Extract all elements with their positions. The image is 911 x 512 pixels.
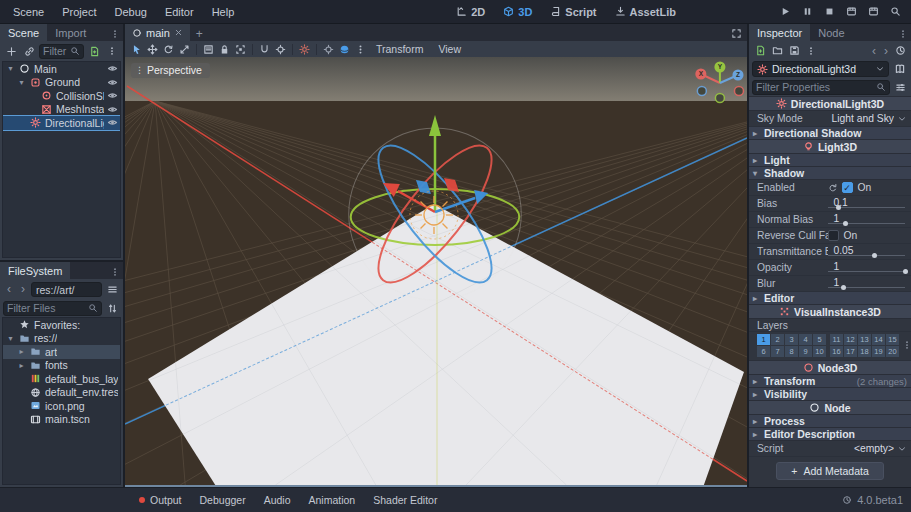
slider-grabber[interactable] xyxy=(836,205,841,210)
layer-18[interactable]: 18 xyxy=(858,346,871,357)
history-forward-button[interactable]: › xyxy=(880,44,892,58)
scene-tree-menu-button[interactable] xyxy=(104,43,120,59)
checkbox[interactable] xyxy=(828,230,839,241)
property-control[interactable]: On xyxy=(828,228,908,243)
property-control[interactable]: Light and Sky xyxy=(828,111,908,126)
visibility-eye-icon[interactable] xyxy=(107,117,118,128)
bottom-panel-audio[interactable]: Audio xyxy=(255,494,300,506)
fs-split-mode-button[interactable] xyxy=(104,281,120,297)
lock-button[interactable] xyxy=(217,42,232,57)
workspace-script[interactable]: Script xyxy=(541,6,605,18)
history-button[interactable] xyxy=(892,43,908,59)
visibility-eye-icon[interactable] xyxy=(107,63,118,74)
layer-12[interactable]: 12 xyxy=(844,334,857,345)
select-tool[interactable] xyxy=(129,42,144,57)
slider[interactable]: 0.1 xyxy=(828,196,908,211)
workspace-2d[interactable]: 2D xyxy=(447,6,494,18)
layer-19[interactable]: 19 xyxy=(872,346,885,357)
scale-tool[interactable] xyxy=(177,42,192,57)
layer-2[interactable]: 2 xyxy=(771,334,784,345)
property-control[interactable]: 0.1 xyxy=(828,196,908,211)
attach-script-button[interactable] xyxy=(86,43,102,59)
scene-dock-menu[interactable] xyxy=(107,29,123,41)
new-scene-tab-button[interactable]: + xyxy=(190,27,209,41)
scene-node-collisionshape3d[interactable]: CollisionShape3d xyxy=(3,89,120,103)
layer-20[interactable]: 20 xyxy=(886,346,899,357)
movie-mode-button[interactable] xyxy=(885,2,905,22)
property-control[interactable]: 1 xyxy=(828,212,908,227)
distraction-free-button[interactable] xyxy=(726,28,747,41)
fs-item-main-tscn[interactable]: main.tscn xyxy=(3,413,120,427)
bottom-panel-animation[interactable]: Animation xyxy=(300,494,365,506)
fs-item-fonts[interactable]: ▸fonts xyxy=(3,359,120,373)
property-control[interactable]: ✓On xyxy=(828,180,908,195)
property-control[interactable]: 0.05 xyxy=(828,244,908,259)
inspector-tab-node[interactable]: Node xyxy=(810,24,852,41)
layer-3[interactable]: 3 xyxy=(785,334,798,345)
menu-scene[interactable]: Scene xyxy=(4,0,53,24)
layer-15[interactable]: 15 xyxy=(886,334,899,345)
layer-9[interactable]: 9 xyxy=(799,346,812,357)
section-shadow[interactable]: ▾Shadow xyxy=(749,167,911,180)
filter-files-input[interactable]: Filter Files xyxy=(3,301,102,316)
layer-1[interactable]: 1 xyxy=(757,334,770,345)
slider-grabber[interactable] xyxy=(903,269,908,274)
bottom-panel-shader-editor[interactable]: Shader Editor xyxy=(364,494,446,506)
viewport-menu-transform[interactable]: Transform xyxy=(369,43,430,55)
layers-menu-button[interactable] xyxy=(899,340,911,352)
layer-5[interactable]: 5 xyxy=(813,334,826,345)
slider[interactable]: 1 xyxy=(828,212,908,227)
section-transform[interactable]: ▸Transform(2 changes) xyxy=(749,375,911,388)
viewport-menu-view[interactable]: View xyxy=(431,43,468,55)
layer-14[interactable]: 14 xyxy=(872,334,885,345)
fs-item-default-env-tres[interactable]: default_env.tres xyxy=(3,386,120,400)
section-directional-shadow[interactable]: ▸Directional Shadow xyxy=(749,127,911,140)
ruler-tool[interactable] xyxy=(273,42,288,57)
inspector-dock-menu[interactable] xyxy=(895,29,911,41)
menu-editor[interactable]: Editor xyxy=(156,0,203,24)
section-editor[interactable]: ▸Editor xyxy=(749,292,911,305)
visibility-eye-icon[interactable] xyxy=(107,77,118,88)
move-tool[interactable] xyxy=(145,42,160,57)
preview-env-toggle[interactable] xyxy=(337,42,352,57)
play-scene-button[interactable] xyxy=(841,2,861,22)
visibility-eye-icon[interactable] xyxy=(107,104,118,115)
save-resource-button[interactable] xyxy=(786,43,802,59)
checkbox[interactable]: ✓ xyxy=(842,182,853,193)
scene-node-main[interactable]: ▾Main xyxy=(3,62,120,76)
menu-help[interactable]: Help xyxy=(203,0,244,24)
version-label[interactable]: 4.0.beta1 xyxy=(857,494,903,506)
fs-item-default-bus-layout-tres[interactable]: default_bus_layout.tres xyxy=(3,372,120,386)
preview-sun-toggle[interactable] xyxy=(297,42,312,57)
new-resource-button[interactable] xyxy=(752,43,768,59)
slider[interactable]: 1 xyxy=(828,276,908,291)
filter-properties-input[interactable]: Filter Properties xyxy=(752,80,890,95)
bottom-panel-debugger[interactable]: Debugger xyxy=(191,494,255,506)
snap-toggle[interactable] xyxy=(257,42,272,57)
instance-scene-button[interactable] xyxy=(21,43,37,59)
scene-tab-main[interactable]: main xyxy=(125,24,190,41)
slider-grabber[interactable] xyxy=(841,285,846,290)
add-node-button[interactable] xyxy=(3,43,19,59)
list-select-tool[interactable] xyxy=(201,42,216,57)
layer-10[interactable]: 10 xyxy=(813,346,826,357)
slider-grabber[interactable] xyxy=(872,253,877,258)
fs-dock-menu[interactable] xyxy=(107,267,123,279)
layer-17[interactable]: 17 xyxy=(844,346,857,357)
perspective-menu[interactable]: ⋮ Perspective xyxy=(131,63,210,78)
expander-icon[interactable]: ▾ xyxy=(6,334,15,343)
group-button[interactable] xyxy=(233,42,248,57)
menu-debug[interactable]: Debug xyxy=(105,0,155,24)
fs-item-art[interactable]: ▸art xyxy=(3,345,120,359)
menu-project[interactable]: Project xyxy=(53,0,105,24)
layer-11[interactable]: 11 xyxy=(830,334,843,345)
stop-button[interactable] xyxy=(819,2,839,22)
section-light[interactable]: ▸Light xyxy=(749,154,911,167)
workspace-3d[interactable]: 3D xyxy=(494,6,541,18)
layer-8[interactable]: 8 xyxy=(785,346,798,357)
section-editor-description[interactable]: ▸Editor Description xyxy=(749,428,911,441)
camera-preview-toggle[interactable] xyxy=(321,42,336,57)
toolbar-menu[interactable] xyxy=(353,42,368,57)
fs-sort-button[interactable] xyxy=(104,300,120,316)
layer-13[interactable]: 13 xyxy=(858,334,871,345)
